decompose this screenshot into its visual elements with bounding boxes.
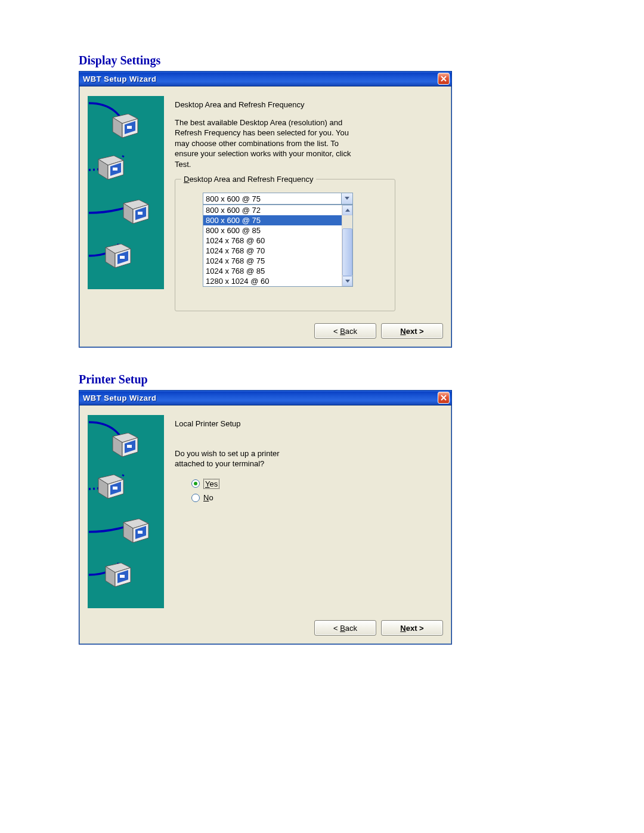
wizard-content: Desktop Area and Refresh Frequency The b… [175, 96, 443, 311]
combo-items[interactable]: 800 x 600 @ 72800 x 600 @ 75800 x 600 @ … [203, 205, 342, 286]
scrollbar[interactable] [342, 205, 352, 286]
wizard-window-printer: WBT Setup Wizard [79, 390, 452, 645]
next-button[interactable]: Next > [381, 620, 443, 636]
combo-option[interactable]: 800 x 600 @ 75 [203, 215, 342, 225]
content-body-text: The best available Desktop Area (resolut… [175, 117, 360, 170]
combo-option[interactable]: 1024 x 768 @ 75 [203, 256, 342, 266]
close-icon [441, 395, 447, 401]
svg-rect-34 [138, 531, 143, 534]
svg-rect-24 [127, 445, 132, 448]
close-button[interactable] [438, 73, 450, 85]
content-heading: Local Printer Setup [175, 419, 443, 429]
radio-icon [191, 494, 200, 502]
content-heading: Desktop Area and Refresh Frequency [175, 100, 443, 110]
window-body: Desktop Area and Refresh Frequency The b… [79, 86, 451, 317]
resolution-groupbox: Desktop Area and Refresh Frequency 800 x… [175, 179, 395, 311]
radio-no[interactable]: No [191, 493, 443, 503]
wizard-window-display: WBT Setup Wizard [79, 71, 452, 348]
content-body-text: Do you wish to set up a printer attached… [175, 448, 306, 469]
chevron-up-icon [345, 209, 350, 212]
combo-selected-text: 800 x 600 @ 75 [203, 193, 341, 204]
combo-option[interactable]: 1280 x 1024 @ 60 [203, 276, 342, 286]
radio-yes-label: Yes [203, 479, 219, 489]
chevron-down-icon [345, 197, 349, 200]
close-button[interactable] [438, 392, 450, 404]
svg-rect-29 [113, 487, 117, 490]
radio-icon [191, 479, 200, 488]
radio-no-label: No [203, 493, 213, 503]
svg-rect-14 [138, 212, 143, 215]
wizard-graphic [88, 96, 164, 289]
svg-rect-9 [113, 168, 117, 171]
titlebar[interactable]: WBT Setup Wizard [79, 391, 451, 405]
wizard-content: Local Printer Setup Do you wish to set u… [175, 415, 443, 608]
combo-option[interactable]: 800 x 600 @ 85 [203, 225, 342, 236]
window-title: WBT Setup Wizard [83, 75, 156, 83]
wizard-button-row: < Back Next > [79, 317, 451, 347]
document-page: Display Settings WBT Setup Wizard [0, 0, 644, 668]
next-button[interactable]: Next > [381, 323, 443, 339]
titlebar[interactable]: WBT Setup Wizard [79, 72, 451, 86]
close-icon [441, 76, 447, 82]
combo-option[interactable]: 1024 x 768 @ 70 [203, 246, 342, 256]
svg-rect-4 [127, 126, 132, 129]
section-heading-display-settings: Display Settings [79, 54, 565, 67]
svg-rect-39 [120, 575, 125, 578]
window-title: WBT Setup Wizard [83, 394, 156, 402]
combo-option[interactable]: 1024 x 768 @ 60 [203, 236, 342, 246]
scroll-track[interactable] [342, 215, 352, 276]
scroll-thumb[interactable] [342, 228, 352, 276]
wizard-graphic [88, 415, 164, 608]
groupbox-label: Desktop Area and Refresh Frequency [181, 174, 316, 185]
back-button[interactable]: < Back [314, 620, 376, 636]
scroll-up-button[interactable] [342, 205, 352, 215]
wizard-button-row: < Back Next > [79, 614, 451, 644]
back-button[interactable]: < Back [314, 323, 376, 339]
combo-dropdown-button[interactable] [341, 193, 352, 204]
combo-dropdown-list[interactable]: 800 x 600 @ 72800 x 600 @ 75800 x 600 @ … [203, 205, 353, 287]
combo-option[interactable]: 1024 x 768 @ 85 [203, 266, 342, 276]
scroll-down-button[interactable] [342, 276, 352, 286]
svg-rect-19 [120, 256, 125, 259]
window-body: Local Printer Setup Do you wish to set u… [79, 405, 451, 614]
chevron-down-icon [345, 280, 350, 283]
combo-option[interactable]: 800 x 600 @ 72 [203, 205, 342, 215]
section-heading-printer-setup: Printer Setup [79, 373, 565, 386]
radio-yes[interactable]: Yes [191, 479, 443, 489]
resolution-combo[interactable]: 800 x 600 @ 75 800 x 600 @ 72800 x 600 @… [203, 193, 353, 287]
combo-display[interactable]: 800 x 600 @ 75 [203, 193, 353, 205]
